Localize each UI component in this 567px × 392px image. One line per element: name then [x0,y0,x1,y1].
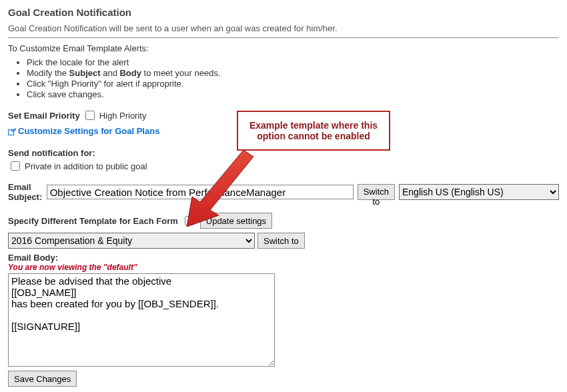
customize-settings-link[interactable]: Customize Settings for Goal Plans [18,126,159,136]
text-bold: Body [119,68,141,78]
save-changes-button[interactable]: Save Changes [8,371,77,387]
template-row: Specify Different Template for Each Form… [8,213,559,229]
notification-section: Send notification for: Private in additi… [8,148,559,173]
annotation-text: Example template where this option canno… [249,120,378,141]
specify-template-label: Specify Different Template for Each Form [8,216,178,226]
viewing-default-note: You are now viewing the "default" [8,263,559,272]
email-subject-row: Email Subject: Switch to English US (Eng… [8,182,559,202]
text: Modify the [27,68,69,78]
text-bold: Subject [69,68,101,78]
text: and [101,68,120,78]
priority-label: Set Email Priority [8,111,80,121]
update-settings-button[interactable]: Update settings [200,213,272,229]
annotation-callout: Example template where this option canno… [237,111,390,151]
language-select[interactable]: English US (English US) [399,184,559,200]
text: to meet your needs. [141,68,221,78]
form-select-row: 2016 Compensation & Equity Switch to [8,233,559,249]
instruction-item: Pick the locale for the alert [27,57,559,67]
instruction-item: Click save changes. [27,89,559,99]
instruction-item: Click "High Priority" for alert if appro… [27,79,559,89]
divider [8,37,559,38]
high-priority-text: High Priority [99,111,147,121]
private-goal-label[interactable]: Private in addition to public goal [8,159,147,173]
high-priority-label[interactable]: High Priority [83,109,147,122]
specify-template-checkbox[interactable] [185,216,194,225]
email-subject-label: Email Subject: [8,182,43,202]
private-goal-checkbox[interactable] [11,161,20,171]
page-title: Goal Creation Notification [8,7,559,18]
form-template-select[interactable]: 2016 Compensation & Equity [8,233,255,249]
private-goal-text: Private in addition to public goal [25,161,147,171]
instructions-list: Pick the locale for the alert Modify the… [27,57,559,99]
customize-heading: To Customize Email Template Alerts: [8,43,559,53]
instruction-item: Modify the Subject and Body to meet your… [27,68,559,78]
subject-switch-to-button[interactable]: Switch to [358,184,395,200]
intro-text: Goal Creation Notification will be sent … [8,23,559,33]
form-switch-to-button[interactable]: Switch to [257,233,305,249]
email-subject-input[interactable] [47,185,354,199]
email-body-textarea[interactable] [8,273,275,367]
external-link-icon [8,128,16,136]
high-priority-checkbox[interactable] [85,111,95,120]
email-body-label: Email Body: [8,253,559,263]
